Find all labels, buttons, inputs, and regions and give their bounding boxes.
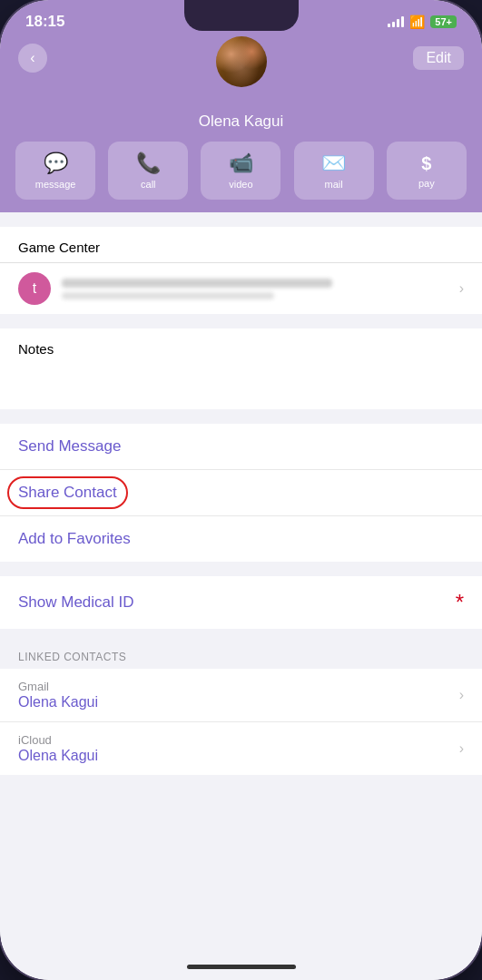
bottom-spacer — [0, 775, 482, 802]
linked-icloud-source: iCloud — [18, 733, 98, 747]
medical-asterisk-icon: * — [456, 590, 464, 615]
send-message-text: Send Message — [18, 437, 121, 455]
wifi-icon: 📶 — [409, 15, 425, 29]
add-favorites-text: Add to Favorites — [18, 530, 131, 547]
edit-button[interactable]: Edit — [413, 46, 464, 70]
share-contact-item[interactable]: Share Contact — [0, 470, 482, 516]
game-center-avatar-letter: t — [33, 280, 36, 297]
mail-label: mail — [325, 179, 343, 190]
back-button[interactable]: ‹ — [18, 44, 47, 73]
linked-item-icloud-info: iCloud Olena Kagui — [18, 733, 98, 764]
linked-contacts-section: LINKED CONTACTS Gmail Olena Kagui › iClo… — [0, 643, 482, 775]
game-center-section: Game Center t › — [0, 227, 482, 314]
phone-screen: 18:15 📶 57+ ‹ Edit — [0, 0, 482, 980]
status-icons: 📶 57+ — [388, 15, 457, 29]
header-nav: ‹ Edit — [18, 44, 464, 80]
medical-id-row[interactable]: Show Medical ID * — [0, 576, 482, 629]
pay-button[interactable]: $ pay — [387, 142, 467, 200]
game-center-title: Game Center — [0, 227, 482, 262]
linked-icloud-name: Olena Kagui — [18, 748, 98, 764]
video-button[interactable]: 📹 video — [201, 142, 280, 200]
medical-id-text: Show Medical ID — [18, 593, 134, 612]
linked-item-icloud[interactable]: iCloud Olena Kagui › — [0, 722, 482, 775]
home-bar — [187, 965, 296, 969]
action-buttons-bar: 💬 message 📞 call 📹 video ✉️ mail $ pay — [0, 131, 482, 212]
game-center-info — [62, 279, 448, 299]
phone-frame: 18:15 📶 57+ ‹ Edit — [0, 0, 482, 980]
notes-body[interactable] — [0, 364, 482, 409]
linked-item-gmail[interactable]: Gmail Olena Kagui › — [0, 669, 482, 722]
back-icon: ‹ — [30, 50, 34, 66]
linked-gmail-source: Gmail — [18, 680, 98, 693]
notes-section: Notes — [0, 328, 482, 409]
mail-button[interactable]: ✉️ mail — [294, 142, 374, 200]
avatar — [216, 36, 267, 87]
linked-contacts-list: Gmail Olena Kagui › iCloud Olena Kagui › — [0, 669, 482, 775]
game-center-name-blurred — [62, 279, 332, 288]
game-center-row[interactable]: t › — [0, 262, 482, 314]
video-label: video — [229, 179, 252, 190]
contact-header: ‹ Edit Olena Kagui — [0, 36, 482, 131]
game-center-chevron: › — [459, 280, 464, 297]
linked-icloud-chevron: › — [459, 740, 464, 757]
share-contact-text: Share Contact — [18, 484, 117, 502]
battery-badge: 57+ — [430, 15, 457, 28]
send-message-item[interactable]: Send Message — [0, 424, 482, 470]
mail-icon: ✉️ — [321, 152, 346, 175]
contact-name: Olena Kagui — [199, 83, 284, 131]
video-icon: 📹 — [229, 152, 253, 175]
message-icon: 💬 — [44, 152, 68, 175]
scroll-content[interactable]: Game Center t › Notes — [0, 212, 482, 957]
message-button[interactable]: 💬 message — [15, 142, 95, 200]
notes-title: Notes — [0, 328, 482, 364]
message-label: message — [35, 179, 76, 190]
notch — [184, 0, 299, 31]
pay-icon: $ — [421, 153, 431, 174]
linked-gmail-name: Olena Kagui — [18, 694, 98, 710]
call-label: call — [141, 179, 156, 190]
add-favorites-item[interactable]: Add to Favorites — [0, 516, 482, 562]
status-time: 18:15 — [25, 13, 64, 31]
action-list: Send Message Share Contact Add to Favori… — [0, 424, 482, 562]
linked-item-gmail-info: Gmail Olena Kagui — [18, 680, 98, 710]
avatar-image — [216, 36, 267, 87]
pay-label: pay — [418, 178, 435, 189]
home-indicator — [0, 957, 482, 980]
linked-gmail-chevron: › — [459, 687, 464, 703]
game-center-sub-blurred — [62, 292, 274, 299]
signal-icon — [388, 16, 404, 27]
linked-contacts-header: LINKED CONTACTS — [0, 643, 482, 669]
call-button[interactable]: 📞 call — [108, 142, 188, 200]
game-center-avatar: t — [18, 272, 51, 305]
call-icon: 📞 — [136, 152, 161, 175]
